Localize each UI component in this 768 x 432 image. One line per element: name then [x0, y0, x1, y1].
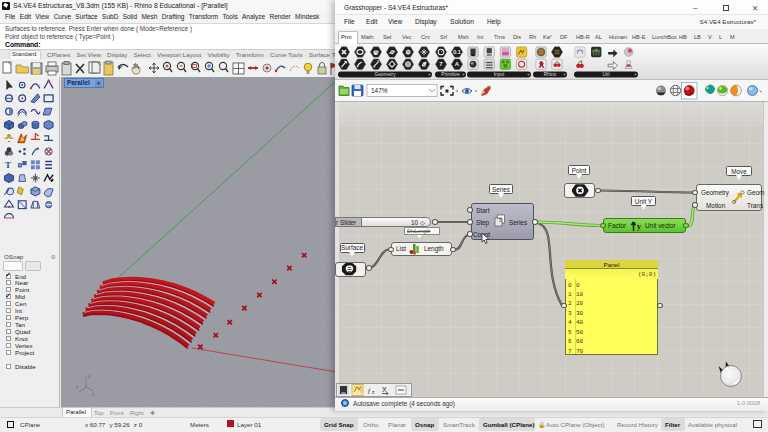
svg-text:+: +: [428, 72, 431, 77]
svg-text:y: y: [637, 222, 641, 231]
svg-text:Rhino: Rhino: [544, 72, 557, 77]
svg-text:+: +: [634, 72, 637, 77]
svg-text:y: y: [88, 374, 91, 379]
svg-text:Primitive: Primitive: [441, 72, 460, 77]
svg-text:z: z: [76, 385, 79, 390]
svg-text:Util: Util: [603, 72, 610, 77]
svg-text:0.1: 0.1: [453, 49, 461, 55]
svg-text:z: z: [372, 389, 375, 395]
svg-text:+: +: [563, 72, 566, 77]
svg-text:X: X: [382, 386, 387, 393]
svg-text:+: +: [527, 72, 530, 77]
svg-text:Geometry: Geometry: [374, 72, 396, 77]
svg-text:147%: 147%: [371, 87, 388, 94]
svg-text:+: +: [462, 72, 465, 77]
svg-text:A: A: [455, 61, 460, 67]
svg-text:5: 5: [499, 217, 502, 223]
svg-text:T: T: [5, 160, 11, 170]
svg-text:f: f: [368, 387, 371, 395]
svg-text:Input: Input: [494, 72, 505, 77]
